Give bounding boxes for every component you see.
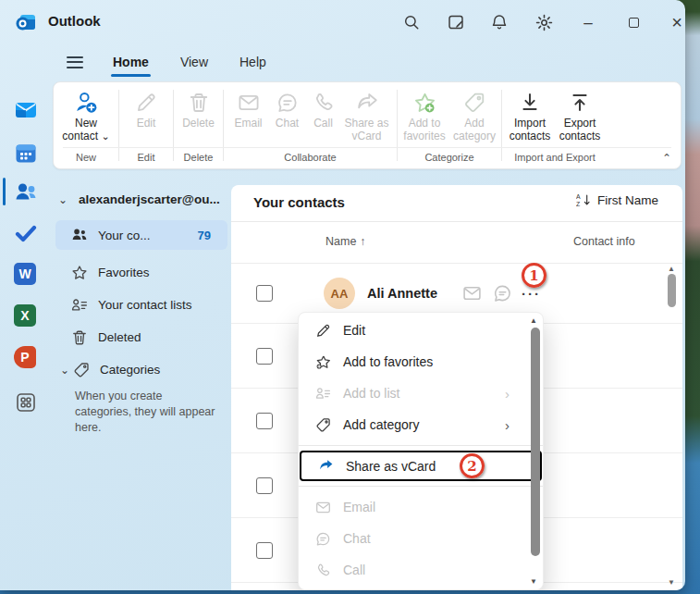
row-chat-icon[interactable] (493, 284, 512, 303)
settings-gear-icon[interactable] (534, 13, 553, 31)
sort-selector[interactable]: A Z First Name (576, 192, 658, 208)
rail-mail-icon[interactable] (14, 98, 38, 122)
trash-icon (71, 329, 88, 346)
ribbon-group-collaborate: Email Chat (224, 82, 397, 168)
menu-scrollbar-up-arrow[interactable]: ▲ (528, 316, 539, 325)
sidebar-item-contact-lists[interactable]: Your contact lists (55, 289, 227, 321)
menu-item-email[interactable]: Email (299, 491, 543, 523)
annotation-step-1: 1 (522, 263, 546, 288)
menu-scrollbar-thumb[interactable] (531, 328, 540, 556)
row-checkbox[interactable] (256, 285, 273, 302)
menu-item-add-category[interactable]: Add category › (299, 409, 543, 440)
sidebar-item-favorites[interactable]: Favorites (55, 256, 227, 289)
ribbon-group-edit: Edit Edit (119, 82, 173, 168)
menu-divider (299, 486, 543, 487)
svg-text:Z: Z (576, 201, 580, 207)
person-add-icon (74, 89, 98, 117)
tab-home[interactable]: Home (111, 51, 151, 73)
column-name[interactable]: Name↑ (325, 235, 365, 248)
email-button[interactable]: Email (228, 89, 269, 130)
share-arrow-icon (318, 458, 335, 474)
chevron-down-icon: ⌄ (58, 193, 79, 206)
collapse-ribbon-chevron[interactable]: ⌃ (662, 152, 671, 165)
rail-calendar-icon[interactable] (14, 142, 38, 166)
ribbon-group-label: Edit (119, 148, 173, 168)
row-checkbox[interactable] (256, 477, 273, 494)
scrollbar-down-arrow[interactable]: ▼ (666, 578, 677, 587)
row-checkbox[interactable] (256, 542, 273, 559)
desktop: { "titlebar": { "app_name": "Outlook" },… (0, 0, 700, 594)
new-contact-button[interactable]: New contact ⌄ (56, 89, 116, 142)
add-to-favorites-button[interactable]: Add to favorites (399, 89, 449, 142)
edit-button[interactable]: Edit (126, 89, 166, 130)
contact-name: Ali Annette (367, 286, 437, 301)
star-add-icon (413, 89, 436, 117)
row-checkbox[interactable] (256, 348, 273, 365)
phone-icon (313, 89, 335, 117)
ribbon-group-new: New contact ⌄ New (54, 82, 118, 168)
contact-context-menu: Edit Add to favorites Add t (298, 312, 544, 590)
tab-help[interactable]: Help (238, 51, 268, 73)
scrollbar-thumb[interactable] (668, 274, 676, 307)
ribbon-toolbar: New contact ⌄ New Edit Edit (53, 81, 682, 169)
rail-more-apps-icon[interactable] (14, 390, 38, 415)
pencil-icon (135, 89, 157, 117)
tab-view[interactable]: View (178, 51, 210, 73)
rail-powerpoint-icon[interactable]: P (14, 346, 38, 370)
close-button[interactable]: × (668, 13, 685, 31)
account-header[interactable]: ⌄ alexanderjscarter@ou... (58, 192, 220, 206)
sidebar-item-categories[interactable]: ⌄ Categories (55, 353, 227, 386)
menu-item-chat[interactable]: Chat (299, 523, 543, 554)
star-add-icon (315, 354, 332, 370)
menu-item-add-to-list[interactable]: Add to list › (299, 377, 543, 409)
contact-count-badge: 79 (198, 229, 211, 242)
sort-ascending-icon: ↑ (360, 235, 365, 248)
export-contacts-button[interactable]: Export contacts (555, 89, 605, 142)
hamburger-menu-icon[interactable] (67, 53, 83, 71)
menu-item-edit[interactable]: Edit (299, 315, 543, 346)
rail-active-indicator (3, 178, 6, 205)
column-contact-info: Contact info (573, 235, 635, 248)
chevron-down-icon: ⌄ (101, 130, 109, 142)
pencil-icon (315, 323, 332, 339)
avatar: AA (324, 278, 355, 309)
chevron-right-icon: › (505, 417, 510, 433)
page-title: Your contacts (253, 194, 345, 210)
annotation-step-2: 2 (460, 453, 485, 478)
maximize-button[interactable] (624, 13, 643, 31)
call-button[interactable]: Call (306, 89, 341, 130)
notes-icon[interactable] (447, 13, 465, 31)
contact-list-icon (71, 297, 88, 314)
rail-excel-icon[interactable]: X (14, 304, 38, 328)
rail-word-icon[interactable]: W (14, 263, 38, 287)
envelope-icon (238, 89, 260, 117)
list-column-header: Name↑ Contact info (231, 222, 682, 264)
row-email-icon[interactable] (462, 284, 482, 303)
chevron-down-icon: ⌄ (60, 364, 73, 377)
sidebar-item-your-contacts[interactable]: Your co... 79 (55, 220, 227, 250)
more-options-icon[interactable]: ··· (522, 286, 541, 302)
share-vcard-button[interactable]: Share as vCard (341, 89, 393, 142)
row-checkbox[interactable] (256, 413, 273, 429)
rail-people-icon[interactable] (14, 179, 38, 204)
trash-icon (188, 89, 210, 117)
menu-item-share-as-vcard[interactable]: Share as vCard (300, 451, 542, 481)
search-icon[interactable] (402, 13, 421, 31)
ribbon-group-label: New (54, 148, 118, 168)
ribbon-group-import-export: Import contacts Export contacts Import a… (502, 82, 608, 168)
delete-button[interactable]: Delete (176, 89, 222, 130)
menu-item-add-to-favorites[interactable]: Add to favorites (299, 346, 543, 377)
ribbon-group-label: Import and Export (502, 148, 608, 168)
chat-button[interactable]: Chat (269, 89, 306, 130)
ribbon-group-delete: Delete Delete (174, 82, 223, 168)
minimize-button[interactable]: – (579, 13, 597, 31)
sidebar-item-deleted[interactable]: Deleted (55, 321, 227, 353)
menu-scrollbar-down-arrow[interactable]: ▼ (528, 577, 539, 586)
rail-todo-icon[interactable] (14, 221, 38, 245)
phone-icon (315, 563, 332, 578)
notifications-bell-icon[interactable] (490, 13, 509, 31)
scrollbar-up-arrow[interactable]: ▲ (666, 265, 677, 273)
add-category-button[interactable]: Add category (449, 89, 499, 142)
menu-item-call[interactable]: Call (299, 554, 543, 586)
import-contacts-button[interactable]: Import contacts (505, 89, 555, 142)
